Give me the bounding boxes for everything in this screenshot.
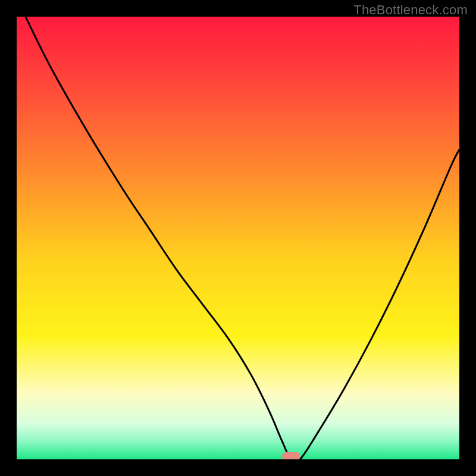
chart-svg: [17, 17, 459, 459]
optimal-point-marker: [282, 452, 300, 459]
watermark-text: TheBottleneck.com: [353, 2, 468, 18]
chart-frame: TheBottleneck.com: [0, 0, 476, 476]
gradient-background: [17, 17, 459, 459]
plot-area: [17, 17, 459, 459]
